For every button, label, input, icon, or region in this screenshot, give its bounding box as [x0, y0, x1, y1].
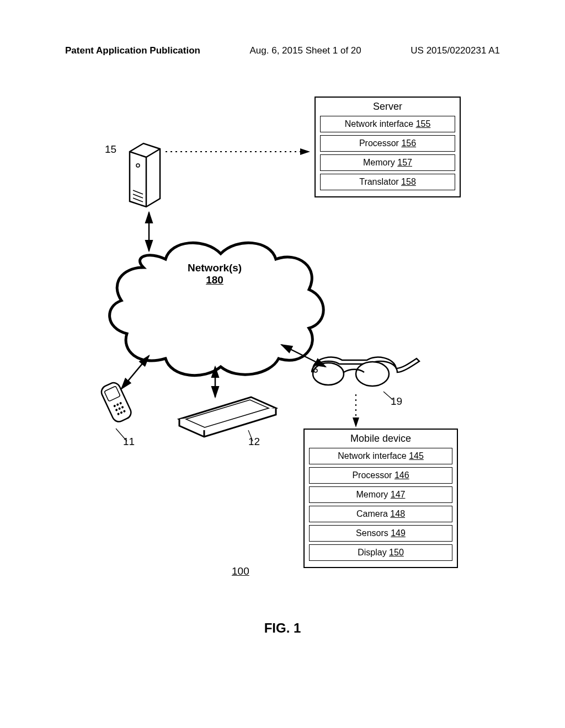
- cloud-label: Network(s) 180: [188, 262, 242, 286]
- server-component-box: Server Network interface 155 Processor 1…: [315, 97, 461, 197]
- mobile-row: Processor 146: [309, 467, 452, 484]
- mobile-row: Network interface 145: [309, 448, 452, 464]
- tablet-icon: [179, 397, 276, 437]
- mobile-row: Display 150: [309, 544, 452, 561]
- cloud-name: Network(s): [188, 262, 242, 274]
- header-left: Patent Application Publication: [65, 45, 200, 56]
- ref-11: 11: [123, 436, 135, 448]
- header-right: US 2015/0220231 A1: [411, 45, 500, 56]
- svg-point-17: [313, 363, 344, 385]
- mobile-box-title: Mobile device: [309, 433, 452, 445]
- cloud-ref: 180: [188, 274, 242, 286]
- server-row: Processor 156: [320, 135, 455, 152]
- server-box-title: Server: [320, 101, 455, 113]
- figure-caption: FIG. 1: [0, 620, 565, 636]
- server-row: Memory 157: [320, 154, 455, 171]
- arrow-cloud-phone: [121, 356, 149, 389]
- server-row: Network interface 155: [320, 116, 455, 132]
- page-header: Patent Application Publication Aug. 6, 2…: [0, 45, 565, 56]
- phone-icon: [99, 381, 133, 424]
- server-row: Translator 158: [320, 174, 455, 190]
- ref-15: 15: [105, 143, 116, 156]
- smart-glasses-icon: [312, 357, 419, 386]
- mobile-row: Sensors 149: [309, 525, 452, 542]
- mobile-component-box: Mobile device Network interface 145 Proc…: [303, 429, 458, 568]
- header-center: Aug. 6, 2015 Sheet 1 of 20: [250, 45, 361, 56]
- figure-1: Network(s) 180 15 11 12 19 100 Server Ne…: [77, 97, 491, 604]
- ref-19: 19: [391, 395, 402, 408]
- svg-point-18: [356, 362, 389, 386]
- ref-12: 12: [248, 436, 260, 448]
- server-icon: [130, 143, 160, 207]
- mobile-row: Camera 148: [309, 506, 452, 522]
- mobile-row: Memory 147: [309, 486, 452, 503]
- ref-100: 100: [232, 565, 249, 577]
